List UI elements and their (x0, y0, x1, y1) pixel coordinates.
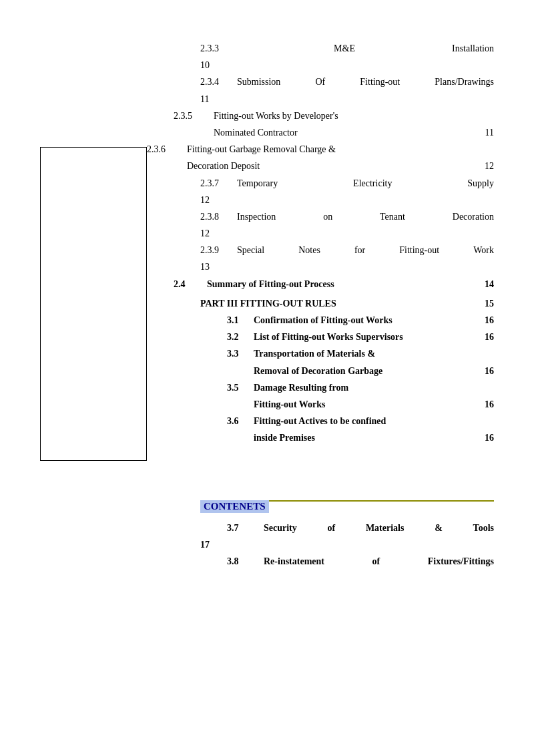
part3-label: PART III FITTING-OUT RULES (200, 295, 467, 312)
page-num-31: 16 (467, 312, 494, 329)
toc-row-238: 2.3.8 Inspection on Tenant Decoration (200, 208, 494, 225)
page-num-237: 12 (200, 195, 210, 205)
page-num-row-234: 11 (200, 91, 494, 108)
toc-row-235: 2.3.5 Fitting-out Works by Developer's (174, 108, 494, 124)
toc-row-32: 3.2 List of Fitting-out Works Supervisor… (227, 329, 494, 345)
toc-row-36b: inside Premises 16 (227, 429, 494, 446)
page-num-24: 14 (467, 276, 494, 293)
section-num-238: 2.3.8 (200, 208, 237, 225)
section-num-239: 2.3.9 (200, 242, 237, 258)
toc-row-36: 3.6 Fitting-out Actives to be confined (227, 413, 494, 429)
section-text-236b: Decoration Deposit (187, 158, 467, 174)
section-text-238: Inspection on Tenant Decoration (237, 208, 494, 225)
page-num-row-238: 12 (200, 225, 494, 242)
toc-block: 2.3.3 M&E Installation 10 2.3.4 Submissi… (200, 40, 494, 293)
section-num-234: 2.3.4 (200, 73, 237, 90)
page-num-233: 10 (200, 60, 210, 70)
section-text-31: Confirmation of Fitting-out Works (254, 312, 467, 329)
section-text-36: Fitting-out Actives to be confined (254, 413, 494, 429)
section-text-37: Security of Materials & Tools (264, 520, 494, 536)
page-num-37: 17 (200, 536, 210, 553)
toc-row-236: 2.3.6 Fitting-out Garbage Removal Charge… (147, 141, 494, 158)
toc-row-38: 3.8 Re-instatement of Fixtures/Fittings (227, 553, 494, 570)
section-text-38: Re-instatement of Fixtures/Fittings (264, 553, 494, 570)
page-num-239: 13 (200, 262, 210, 272)
page-num-row-233: 10 (200, 57, 494, 73)
page-num-32: 16 (467, 329, 494, 345)
section-num-31: 3.1 (227, 312, 254, 329)
section-text-35: Damage Resulting from (254, 379, 494, 396)
page-num-33: 16 (467, 363, 494, 379)
section-text-236: Fitting-out Garbage Removal Charge & (187, 141, 336, 158)
section-num-38: 3.8 (227, 553, 264, 570)
part3-header: PART III FITTING-OUT RULES 15 (200, 295, 494, 312)
toc-row-239: 2.3.9 Special Notes for Fitting-out Work (200, 242, 494, 258)
page-num-35: 16 (467, 396, 494, 413)
section-num-24: 2.4 (174, 276, 207, 293)
section-text-36b: inside Premises (254, 429, 467, 446)
toc-row-35b: Fitting-out Works 16 (227, 396, 494, 413)
page-num-36: 16 (467, 429, 494, 446)
section-text-35b: Fitting-out Works (254, 396, 467, 413)
section-text-24: Summary of Fitting-out Process (207, 276, 467, 293)
section-num-35: 3.5 (227, 379, 254, 396)
section-text-33: Transportation of Materials & (254, 345, 494, 362)
section-num-235: 2.3.5 (174, 108, 214, 124)
contents-divider-section: CONTENETS (200, 500, 494, 516)
toc-row-24: 2.4 Summary of Fitting-out Process 14 (174, 276, 494, 293)
toc-row-236b: Decoration Deposit 12 (147, 158, 494, 174)
section-num-37: 3.7 (227, 520, 264, 536)
section-text-installation: Installation (452, 40, 494, 57)
page-num-234: 11 (200, 94, 209, 104)
page-num-row-237: 12 (200, 192, 494, 208)
page-num-236: 12 (467, 158, 494, 174)
section-text-239: Special Notes for Fitting-out Work (237, 242, 494, 258)
toc-row-237: 2.3.7 Temporary Electricity Supply (200, 175, 494, 192)
toc-row-31: 3.1 Confirmation of Fitting-out Works 16 (227, 312, 494, 329)
section-num-237: 2.3.7 (200, 175, 237, 192)
section-num-32: 3.2 (227, 329, 254, 345)
toc-row-35: 3.5 Damage Resulting from (227, 379, 494, 396)
contents-label: CONTENETS (200, 500, 269, 513)
section-text-235: Fitting-out Works by Developer's (214, 108, 338, 124)
section-num-33: 3.3 (227, 345, 254, 362)
section-text-mne: M&E (237, 40, 452, 57)
page-num-235: 11 (467, 124, 494, 141)
toc-row-234: 2.3.4 Submission Of Fitting-out Plans/Dr… (200, 73, 494, 90)
page-container: 2.3.3 M&E Installation 10 2.3.4 Submissi… (0, 0, 534, 756)
page-num-238: 12 (200, 228, 210, 238)
section-text-235b: Nominated Contractor (214, 124, 467, 141)
section-text-237: Temporary Electricity Supply (237, 175, 494, 192)
section-text-33b: Removal of Decoration Garbage (254, 363, 467, 379)
toc-row-233: 2.3.3 M&E Installation (200, 40, 494, 57)
toc-row-33: 3.3 Transportation of Materials & (227, 345, 494, 362)
section-text-234: Submission Of Fitting-out Plans/Drawings (237, 73, 494, 90)
toc-row-37: 3.7 Security of Materials & Tools (227, 520, 494, 536)
part3-block: PART III FITTING-OUT RULES 15 3.1 Confir… (200, 295, 494, 447)
contents-bottom-section: CONTENETS 3.7 Security of Materials & To… (200, 500, 494, 570)
page-num-row-239: 13 (200, 258, 494, 275)
toc-row-235b: Nominated Contractor 11 (174, 124, 494, 141)
toc-row-37-page: 17 (200, 536, 494, 553)
section-num-233: 2.3.3 (200, 40, 237, 57)
part3-page: 15 (467, 295, 494, 312)
left-border-decoration (40, 147, 147, 461)
section-num-36: 3.6 (227, 413, 254, 429)
section-text-32: List of Fitting-out Works Supervisors (254, 329, 467, 345)
toc-row-33b: Removal of Decoration Garbage 16 (227, 363, 494, 379)
section-num-236: 2.3.6 (147, 141, 187, 158)
